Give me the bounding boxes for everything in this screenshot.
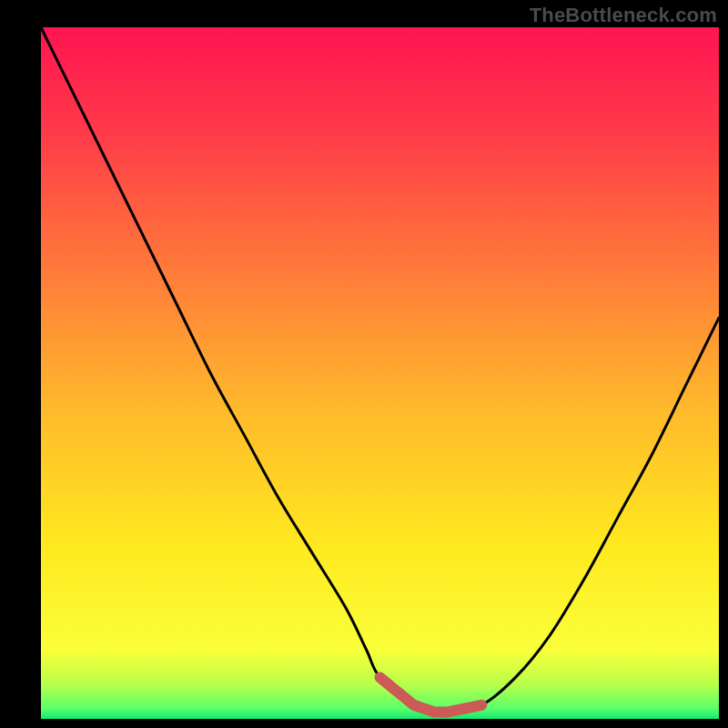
plot-background	[41, 27, 719, 719]
bottleneck-chart	[0, 0, 728, 728]
chart-frame: TheBottleneck.com	[0, 0, 728, 728]
watermark-text: TheBottleneck.com	[530, 4, 717, 27]
